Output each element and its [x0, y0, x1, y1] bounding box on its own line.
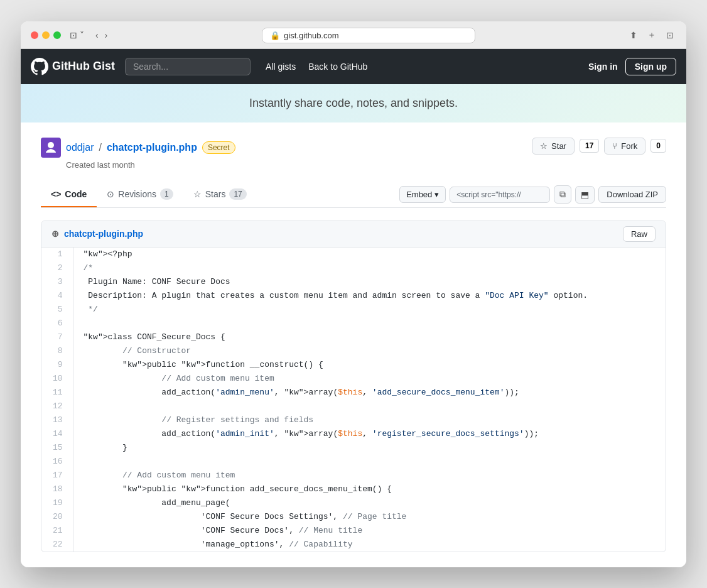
fork-button[interactable]: ⑂ Fork	[604, 138, 645, 155]
embed-button[interactable]: Embed ▾	[399, 186, 446, 203]
line-number: 22	[41, 538, 73, 552]
tabs-right: Embed ▾ ⧉ ⬒ Download ZIP	[399, 185, 666, 204]
browser-chrome: ⊡ ˅ ‹ › 🔒 gist.github.com ⬆ ＋ ⊡	[21, 21, 686, 49]
copy-button[interactable]: ⧉	[554, 185, 571, 204]
minimize-button[interactable]	[42, 31, 50, 39]
signup-button[interactable]: Sign up	[625, 58, 676, 75]
line-number: 7	[41, 330, 73, 344]
fork-label: Fork	[621, 141, 637, 151]
owner-link[interactable]: oddjar	[66, 142, 94, 153]
tab-code[interactable]: <> Code	[41, 182, 97, 207]
star-count: 17	[580, 139, 599, 153]
lock-icon: 🔒	[270, 31, 280, 40]
gist-meta: oddjar / chatcpt-plugin.php Secret Creat…	[41, 138, 666, 170]
table-row: 15 }	[41, 441, 666, 455]
line-number: 6	[41, 317, 73, 330]
line-code: add_action('admin_init', "kw">array($thi…	[73, 427, 666, 441]
signin-link[interactable]: Sign in	[588, 62, 618, 72]
line-number: 12	[41, 400, 73, 413]
raw-button[interactable]: Raw	[623, 226, 656, 242]
line-number: 3	[41, 275, 73, 289]
main-nav: All gists Back to GitHub	[266, 62, 367, 72]
table-row: 19 add_menu_page(	[41, 496, 666, 510]
open-external-button[interactable]: ⬒	[575, 186, 595, 204]
maximize-button[interactable]	[53, 31, 61, 39]
table-row: 11 add_action('admin_menu', "kw">array($…	[41, 386, 666, 400]
traffic-lights	[31, 31, 61, 39]
file-icon: ⊕	[51, 229, 59, 239]
download-zip-button[interactable]: Download ZIP	[598, 186, 666, 203]
code-file: ⊕ chatcpt-plugin.php Raw 1"kw"><?php2/*3…	[41, 220, 666, 552]
fork-icon: ⑂	[612, 141, 617, 151]
copy-icon: ⧉	[559, 189, 566, 199]
line-code: add_action('admin_menu', "kw">array($thi…	[73, 386, 666, 400]
line-code: 'manage_options', // Capability	[73, 538, 666, 552]
line-number: 1	[41, 248, 73, 261]
filename-link[interactable]: chatcpt-plugin.php	[107, 142, 197, 153]
browser-actions: ⬆ ＋ ⊡	[627, 28, 676, 42]
line-code: 'CONF Secure Docs Settings', // Page tit…	[73, 510, 666, 524]
new-tab-button[interactable]: ＋	[645, 28, 659, 42]
line-number: 16	[41, 455, 73, 469]
code-scroll[interactable]: 1"kw"><?php2/*3 Plugin Name: CONF Secure…	[41, 248, 666, 552]
all-gists-link[interactable]: All gists	[266, 62, 296, 72]
line-code: "kw">public "kw">function __construct() …	[73, 358, 666, 372]
code-icon: <>	[51, 189, 61, 199]
sidebar-toggle-button[interactable]: ⊡ ˅	[67, 29, 87, 41]
separator: /	[99, 142, 101, 153]
stars-tab-label: Stars	[205, 189, 226, 199]
main-content: oddjar / chatcpt-plugin.php Secret Creat…	[21, 122, 686, 567]
table-row: 7"kw">class CONF_Secure_Docs {	[41, 330, 666, 344]
line-code: }	[73, 441, 666, 455]
created-date: Created last month	[66, 160, 235, 170]
line-code: // Add custom menu item	[73, 372, 666, 386]
line-number: 19	[41, 496, 73, 510]
search-input[interactable]	[125, 58, 251, 75]
line-number: 10	[41, 372, 73, 386]
embed-input[interactable]	[450, 187, 550, 203]
embed-chevron-icon: ▾	[434, 190, 439, 199]
line-code: */	[73, 303, 666, 317]
line-number: 18	[41, 482, 73, 496]
line-code	[73, 400, 666, 413]
hero-banner: Instantly share code, notes, and snippet…	[21, 84, 686, 122]
line-number: 17	[41, 469, 73, 482]
table-row: 2/*	[41, 261, 666, 275]
site-logo: GitHub Gist	[31, 58, 115, 75]
stars-tab-icon: ☆	[193, 189, 202, 199]
back-button[interactable]: ‹	[93, 29, 101, 41]
line-code: "kw"><?php	[73, 248, 666, 261]
github-octopus-icon	[31, 58, 48, 75]
star-label: Star	[551, 141, 566, 151]
line-number: 9	[41, 358, 73, 372]
external-link-icon: ⬒	[581, 190, 589, 200]
revisions-icon: ⊙	[107, 189, 114, 199]
table-row: 18 "kw">public "kw">function add_secure_…	[41, 482, 666, 496]
code-file-name: ⊕ chatcpt-plugin.php	[51, 229, 143, 239]
url-display[interactable]: 🔒 gist.github.com	[262, 28, 475, 43]
share-button[interactable]: ⬆	[627, 29, 640, 41]
gist-title: oddjar / chatcpt-plugin.php Secret Creat…	[41, 138, 235, 170]
line-code: // Constructor	[73, 344, 666, 358]
line-code	[73, 317, 666, 330]
star-icon: ☆	[540, 141, 548, 151]
tabs-button[interactable]: ⊡	[664, 29, 676, 41]
star-button[interactable]: ☆ Star	[532, 138, 575, 155]
line-code: Description: A plugin that creates a cus…	[73, 289, 666, 303]
tab-stars[interactable]: ☆ Stars 17	[183, 182, 257, 207]
tabs-left: <> Code ⊙ Revisions 1 ☆ Stars 17	[41, 182, 257, 207]
tab-revisions[interactable]: ⊙ Revisions 1	[97, 182, 183, 207]
line-number: 14	[41, 427, 73, 441]
line-code: "kw">class CONF_Secure_Docs {	[73, 330, 666, 344]
revisions-tab-label: Revisions	[118, 189, 156, 199]
line-code	[73, 455, 666, 469]
gist-tabs: <> Code ⊙ Revisions 1 ☆ Stars 17 Embed ▾	[41, 182, 666, 208]
code-file-header: ⊕ chatcpt-plugin.php Raw	[41, 221, 666, 248]
forward-button[interactable]: ›	[102, 29, 111, 41]
svg-point-1	[48, 142, 54, 148]
table-row: 4 Description: A plugin that creates a c…	[41, 289, 666, 303]
back-to-github-link[interactable]: Back to GitHub	[308, 62, 367, 72]
table-row: 9 "kw">public "kw">function __construct(…	[41, 358, 666, 372]
line-number: 15	[41, 441, 73, 455]
close-button[interactable]	[31, 31, 38, 39]
